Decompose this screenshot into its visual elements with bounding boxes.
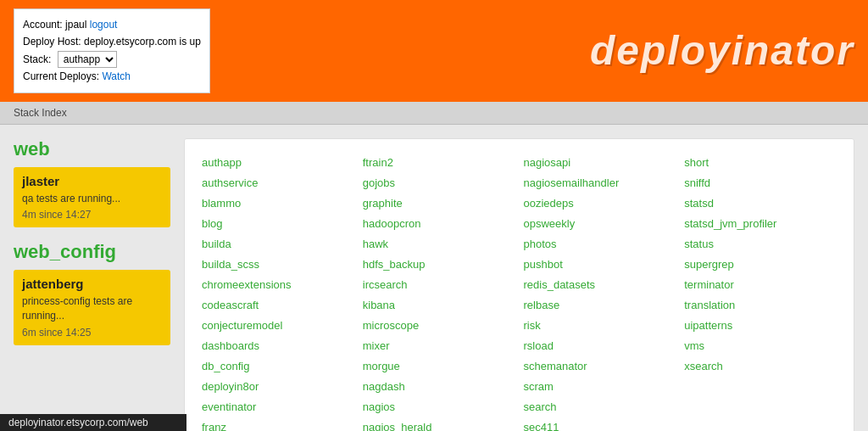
stack-link-search[interactable]: search: [524, 397, 676, 417]
stack-link-redis_datasets[interactable]: redis_datasets: [524, 275, 676, 295]
stack-link-mixer[interactable]: mixer: [363, 336, 515, 356]
stack-link-kibana[interactable]: kibana: [363, 295, 515, 316]
stack-link-blammo[interactable]: blammo: [202, 193, 354, 214]
stack-link-nagdash[interactable]: nagdash: [363, 377, 515, 397]
deploy-host-row: Deploy Host: deploy.etsycorp.com is up: [23, 33, 201, 50]
stack-col-col2: ftrain2gojobsgraphitehadoopcronhawkhdfs_…: [363, 153, 515, 431]
stack-link-statsd_jvm_profiler[interactable]: statsd_jvm_profiler: [684, 214, 837, 234]
breadcrumb: Stack Index: [0, 102, 868, 125]
account-box: Account: jpaul logout Deploy Host: deplo…: [14, 8, 210, 93]
stack-link-authapp[interactable]: authapp: [202, 153, 354, 173]
stack-link-morgue[interactable]: morgue: [363, 356, 515, 377]
main-content: web jlaster qa tests are running... 4m s…: [0, 125, 868, 431]
stack-link-builda_scss[interactable]: builda_scss: [202, 255, 354, 275]
stack-link-nagiosapi[interactable]: nagiosapi: [524, 153, 676, 173]
web-deploy-card: jlaster qa tests are running... 4m since…: [14, 167, 170, 228]
stack-link-nagios_herald[interactable]: nagios_herald: [363, 417, 515, 431]
stack-link-deployin8or[interactable]: deployin8or: [202, 377, 354, 397]
stack-link-codeascraft[interactable]: codeascraft: [202, 295, 354, 316]
statusbar: deployinator.etsycorp.com/web: [0, 414, 186, 431]
account-row: Account: jpaul logout: [23, 16, 201, 33]
stack-link-terminator[interactable]: terminator: [684, 275, 837, 295]
current-deploys-row: Current Deploys: Watch: [23, 68, 201, 85]
logo: deployinator: [590, 27, 854, 74]
stack-link-supergrep[interactable]: supergrep: [684, 255, 837, 275]
web-config-stack-title: web_config: [14, 241, 170, 263]
stack-link-nagiosemailhandler[interactable]: nagiosemailhandler: [524, 173, 676, 193]
stack-link-authservice[interactable]: authservice: [202, 173, 354, 193]
stack-link-uipatterns[interactable]: uipatterns: [684, 316, 837, 336]
stack-col-col1: authappauthserviceblammoblogbuildabuilda…: [202, 153, 354, 431]
deploy-host-value: deploy.etsycorp.com is up: [84, 36, 201, 48]
stack-link-opsweekly[interactable]: opsweekly: [524, 214, 676, 234]
stack-link-sniffd[interactable]: sniffd: [684, 173, 837, 193]
header: Account: jpaul logout Deploy Host: deplo…: [0, 0, 868, 102]
stack-link-ooziedeps[interactable]: ooziedeps: [524, 193, 676, 214]
stacks-grid: authappauthserviceblammoblogbuildabuilda…: [202, 153, 837, 431]
left-panel: web jlaster qa tests are running... 4m s…: [14, 138, 170, 431]
stack-link-nagios[interactable]: nagios: [363, 397, 515, 417]
stack-link-status[interactable]: status: [684, 234, 837, 255]
stack-link-graphite[interactable]: graphite: [363, 193, 515, 214]
stack-link-franz[interactable]: franz: [202, 417, 354, 431]
web-deploy-username: jlaster: [22, 174, 162, 188]
stack-link-short[interactable]: short: [684, 153, 837, 173]
stack-link-blog[interactable]: blog: [202, 214, 354, 234]
stack-link-xsearch[interactable]: xsearch: [684, 356, 837, 377]
stack-link-conjecturemodel[interactable]: conjecturemodel: [202, 316, 354, 336]
stack-link-eventinator[interactable]: eventinator: [202, 397, 354, 417]
stack-link-db_config[interactable]: db_config: [202, 356, 354, 377]
stack-link-rsload[interactable]: rsload: [524, 336, 676, 356]
stack-link-schemanator[interactable]: schemanator: [524, 356, 676, 377]
stack-link-dashboards[interactable]: dashboards: [202, 336, 354, 356]
account-user: jpaul: [65, 19, 86, 31]
web-config-deploy-card: jattenberg princess-config tests are run…: [14, 270, 170, 345]
right-panel: authappauthserviceblammoblogbuildabuilda…: [184, 138, 854, 431]
current-deploys-label: Current Deploys:: [23, 70, 99, 82]
stack-link-statsd[interactable]: statsd: [684, 193, 837, 214]
web-deploy-time: 4m since 14:27: [22, 209, 162, 221]
stack-link-gojobs[interactable]: gojobs: [363, 173, 515, 193]
web-config-deploy-time: 6m since 14:25: [22, 327, 162, 339]
stack-link-chromeextensions[interactable]: chromeextensions: [202, 275, 354, 295]
stack-select[interactable]: authapp: [58, 51, 117, 68]
web-stack-group: web jlaster qa tests are running... 4m s…: [14, 138, 170, 228]
logo-text: deployinator: [590, 28, 854, 73]
stack-col-col4: shortsniffdstatsdstatsd_jvm_profilerstat…: [684, 153, 837, 431]
watch-link[interactable]: Watch: [102, 70, 131, 82]
account-label: Account:: [23, 19, 63, 31]
stack-link-microscope[interactable]: microscope: [363, 316, 515, 336]
stack-link-ircsearch[interactable]: ircsearch: [363, 275, 515, 295]
stack-link-translation[interactable]: translation: [684, 295, 837, 316]
stack-col-col3: nagiosapinagiosemailhandlerooziedepsopsw…: [524, 153, 676, 431]
stack-link-risk[interactable]: risk: [524, 316, 676, 336]
stack-link-hdfs_backup[interactable]: hdfs_backup: [363, 255, 515, 275]
stack-link-hadoopcron[interactable]: hadoopcron: [363, 214, 515, 234]
web-config-deploy-desc: princess-config tests are running...: [22, 294, 162, 323]
stack-link-vms[interactable]: vms: [684, 336, 837, 356]
web-stack-title: web: [14, 138, 170, 160]
stack-link-photos[interactable]: photos: [524, 234, 676, 255]
stack-row: Stack: authapp: [23, 51, 201, 68]
stack-link-hawk[interactable]: hawk: [363, 234, 515, 255]
web-config-deploy-username: jattenberg: [22, 277, 162, 291]
stack-link-sec411[interactable]: sec411: [524, 417, 676, 431]
deploy-host-label: Deploy Host:: [23, 36, 81, 48]
logout-link[interactable]: logout: [90, 19, 118, 31]
stack-label: Stack:: [23, 53, 51, 65]
stack-link-ftrain2[interactable]: ftrain2: [363, 153, 515, 173]
stack-link-builda[interactable]: builda: [202, 234, 354, 255]
web-deploy-desc: qa tests are running...: [22, 192, 162, 206]
stack-link-scram[interactable]: scram: [524, 377, 676, 397]
stack-link-pushbot[interactable]: pushbot: [524, 255, 676, 275]
stack-link-relbase[interactable]: relbase: [524, 295, 676, 316]
web-config-stack-group: web_config jattenberg princess-config te…: [14, 241, 170, 345]
